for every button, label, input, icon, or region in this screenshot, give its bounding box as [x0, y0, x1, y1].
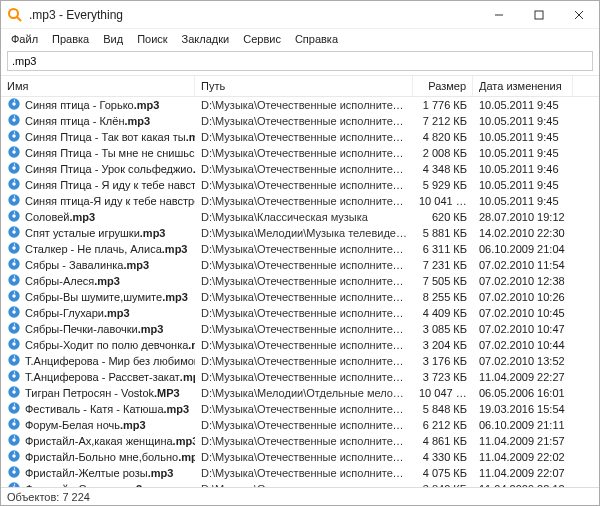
- mp3-file-icon: [7, 289, 21, 305]
- file-date: 06.05.2006 16:01: [473, 387, 573, 399]
- table-row[interactable]: Сябры - Завалинка.mp3D:\Музыка\Отечестве…: [1, 257, 599, 273]
- file-name: Сталкер - Не плачь, Алиса.mp3: [25, 243, 188, 255]
- table-row[interactable]: Синяя птица - Клён.mp3D:\Музыка\Отечеств…: [1, 113, 599, 129]
- svg-point-17: [12, 182, 16, 186]
- file-name: Форум-Белая ночь.mp3: [25, 419, 146, 431]
- table-row[interactable]: Синяя Птица - Я иду к тебе навстречу.м..…: [1, 177, 599, 193]
- file-name: Т.Анциферова - Мир без любимого.mp3: [25, 355, 195, 367]
- file-name: Синяя птица - Горько.mp3: [25, 99, 159, 111]
- mp3-file-icon: [7, 369, 21, 385]
- app-icon: [7, 7, 23, 23]
- table-row[interactable]: Фристайл-Ах,какая женщина.mp3D:\Музыка\О…: [1, 433, 599, 449]
- file-date: 11.04.2009 22:07: [473, 467, 573, 479]
- table-row[interactable]: Форум-Белая ночь.mp3D:\Музыка\Отечествен…: [1, 417, 599, 433]
- menu-service[interactable]: Сервис: [237, 31, 287, 47]
- file-name: Сябры - Завалинка.mp3: [25, 259, 149, 271]
- table-row[interactable]: Сябры-Печки-лавочки.mp3D:\Музыка\Отечест…: [1, 321, 599, 337]
- svg-point-19: [12, 198, 16, 202]
- table-row[interactable]: Т.Анциферова - Рассвет-закат.mp3D:\Музык…: [1, 369, 599, 385]
- mp3-file-icon: [7, 417, 21, 433]
- file-date: 10.05.2011 9:45: [473, 179, 573, 191]
- file-size: 5 881 КБ: [413, 227, 473, 239]
- mp3-file-icon: [7, 177, 21, 193]
- file-name: Сябры-Ходит по полю девчонка.mp3: [25, 339, 195, 351]
- svg-point-25: [12, 246, 16, 250]
- file-date: 07.02.2010 11:54: [473, 259, 573, 271]
- table-row[interactable]: Соловей.mp3D:\Музыка\Классическая музыка…: [1, 209, 599, 225]
- file-path: D:\Музыка\Отечественные исполнители\8...: [195, 291, 413, 303]
- file-name: Фристайл-Ах,какая женщина.mp3: [25, 435, 195, 447]
- table-row[interactable]: Сталкер - Не плачь, Алиса.mp3D:\Музыка\О…: [1, 241, 599, 257]
- file-path: D:\Музыка\Отечественные исполнители\8...: [195, 323, 413, 335]
- table-row[interactable]: Т.Анциферова - Мир без любимого.mp3D:\Му…: [1, 353, 599, 369]
- svg-point-49: [12, 438, 16, 442]
- close-button[interactable]: [559, 1, 599, 29]
- table-row[interactable]: Синяя Птица - Урок сольфеджио.mp3D:\Музы…: [1, 161, 599, 177]
- file-path: D:\Музыка\Отечественные исполнители\8...: [195, 243, 413, 255]
- column-header-size[interactable]: Размер: [413, 76, 473, 96]
- table-row[interactable]: Синяя Птица - Ты мне не снишься.mp3D:\Му…: [1, 145, 599, 161]
- mp3-file-icon: [7, 129, 21, 145]
- table-row[interactable]: Фристайл-Желтые розы.mp3D:\Музыка\Отечес…: [1, 465, 599, 481]
- menu-bookmarks[interactable]: Закладки: [176, 31, 236, 47]
- file-name: Синяя Птица - Я иду к тебе навстречу.м..…: [25, 179, 195, 191]
- search-bar: [7, 51, 593, 71]
- mp3-file-icon: [7, 465, 21, 481]
- svg-point-15: [12, 166, 16, 170]
- table-row[interactable]: Сябры-Вы шумите,шумите.mp3D:\Музыка\Отеч…: [1, 289, 599, 305]
- svg-line-1: [17, 17, 21, 21]
- column-header-path[interactable]: Путь: [195, 76, 413, 96]
- svg-point-7: [12, 102, 16, 106]
- file-size: 7 231 КБ: [413, 259, 473, 271]
- file-name: Тигран Петросян - Vostok.MP3: [25, 387, 180, 399]
- table-row[interactable]: Сябры-Глухари.mp3D:\Музыка\Отечественные…: [1, 305, 599, 321]
- column-header-name[interactable]: Имя: [1, 76, 195, 96]
- svg-point-35: [12, 326, 16, 330]
- svg-point-29: [12, 278, 16, 282]
- menu-file[interactable]: Файл: [5, 31, 44, 47]
- file-size: 7 212 КБ: [413, 115, 473, 127]
- mp3-file-icon: [7, 241, 21, 257]
- file-date: 14.02.2010 22:30: [473, 227, 573, 239]
- menu-edit[interactable]: Правка: [46, 31, 95, 47]
- file-name: Фристайл-Желтые розы.mp3: [25, 467, 173, 479]
- file-name: Синяя Птица - Так вот какая ты.mp3: [25, 131, 195, 143]
- mp3-file-icon: [7, 273, 21, 289]
- file-size: 4 820 КБ: [413, 131, 473, 143]
- table-row[interactable]: Спят усталые игрушки.mp3D:\Музыка\Мелоди…: [1, 225, 599, 241]
- table-row[interactable]: Тигран Петросян - Vostok.MP3D:\Музыка\Ме…: [1, 385, 599, 401]
- file-date: 06.10.2009 21:04: [473, 243, 573, 255]
- maximize-button[interactable]: [519, 1, 559, 29]
- results-list[interactable]: Синяя птица - Горько.mp3D:\Музыка\Отечес…: [1, 97, 599, 487]
- svg-point-51: [12, 454, 16, 458]
- table-row[interactable]: Фестиваль - Катя - Катюша.mp3D:\Музыка\О…: [1, 401, 599, 417]
- file-name: Спят усталые игрушки.mp3: [25, 227, 165, 239]
- file-size: 7 505 КБ: [413, 275, 473, 287]
- file-size: 3 723 КБ: [413, 371, 473, 383]
- file-size: 1 776 КБ: [413, 99, 473, 111]
- file-path: D:\Музыка\Отечественные исполнители\7...: [195, 99, 413, 111]
- table-row[interactable]: Фристайл-Больно мне,больно.mp3D:\Музыка\…: [1, 449, 599, 465]
- search-input[interactable]: [8, 52, 592, 70]
- file-size: 4 348 КБ: [413, 163, 473, 175]
- table-row[interactable]: Синяя Птица - Так вот какая ты.mp3D:\Муз…: [1, 129, 599, 145]
- file-path: D:\Музыка\Отечественные исполнители\9...: [195, 467, 413, 479]
- file-date: 11.04.2009 22:02: [473, 451, 573, 463]
- menu-help[interactable]: Справка: [289, 31, 344, 47]
- table-row[interactable]: Сябры-Алеся.mp3D:\Музыка\Отечественные и…: [1, 273, 599, 289]
- file-date: 10.05.2011 9:46: [473, 163, 573, 175]
- table-row[interactable]: Синяя птица-Я иду к тебе навстречу.mp3D:…: [1, 193, 599, 209]
- column-header-date[interactable]: Дата изменения: [473, 76, 573, 96]
- file-size: 6 212 КБ: [413, 419, 473, 431]
- file-date: 19.03.2016 15:54: [473, 403, 573, 415]
- menu-view[interactable]: Вид: [97, 31, 129, 47]
- svg-point-37: [12, 342, 16, 346]
- menu-search[interactable]: Поиск: [131, 31, 173, 47]
- table-row[interactable]: Синяя птица - Горько.mp3D:\Музыка\Отечес…: [1, 97, 599, 113]
- file-path: D:\Музыка\Отечественные исполнители\8...: [195, 339, 413, 351]
- minimize-button[interactable]: [479, 1, 519, 29]
- table-row[interactable]: Сябры-Ходит по полю девчонка.mp3D:\Музык…: [1, 337, 599, 353]
- file-path: D:\Музыка\Отечественные исполнители\7...: [195, 179, 413, 191]
- svg-rect-3: [535, 11, 543, 19]
- svg-point-31: [12, 294, 16, 298]
